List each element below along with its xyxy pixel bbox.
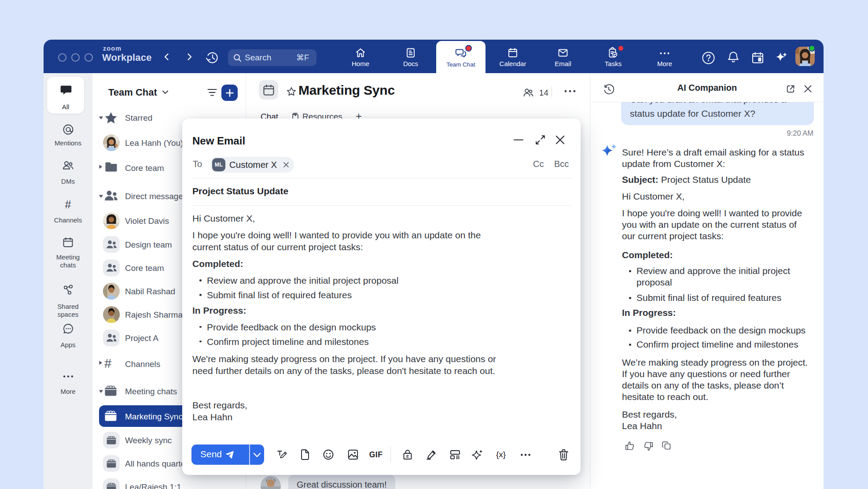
svg-text:E: E bbox=[406, 454, 409, 459]
